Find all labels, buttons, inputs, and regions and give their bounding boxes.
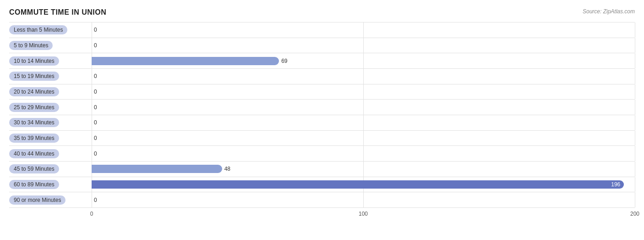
- bar-row: Less than 5 Minutes0: [9, 22, 635, 38]
- bar-row: 5 to 9 Minutes0: [9, 38, 635, 53]
- grid-line: [363, 84, 364, 100]
- label-cell: 15 to 19 Minutes: [9, 72, 92, 81]
- bar: 69: [92, 57, 279, 65]
- grid-line: [635, 146, 635, 161]
- bar-value: 0: [94, 197, 97, 203]
- grid-line: [92, 22, 92, 38]
- label-cell: 30 to 34 Minutes: [9, 118, 92, 127]
- label-pill: 20 to 24 Minutes: [9, 87, 59, 96]
- x-tick: 200: [630, 211, 639, 217]
- bar-value: 48: [224, 166, 230, 172]
- grid-line: [635, 162, 635, 177]
- bar-row: 45 to 59 Minutes48: [9, 161, 635, 177]
- chart-area: Less than 5 Minutes05 to 9 Minutes010 to…: [9, 22, 635, 208]
- bar-cell: 0: [92, 192, 635, 207]
- label-cell: 35 to 39 Minutes: [9, 134, 92, 143]
- label-cell: 25 to 29 Minutes: [9, 103, 92, 112]
- label-cell: 10 to 14 Minutes: [9, 56, 92, 66]
- bar-row: 25 to 29 Minutes0: [9, 99, 635, 115]
- label-pill: 25 to 29 Minutes: [9, 103, 59, 112]
- grid-line: [92, 100, 92, 115]
- label-pill: 90 or more Minutes: [9, 195, 65, 205]
- grid-line: [363, 53, 364, 68]
- bar-row: 20 to 24 Minutes0: [9, 84, 635, 100]
- label-cell: 90 or more Minutes: [9, 195, 92, 205]
- bar-row: 15 to 19 Minutes0: [9, 68, 635, 84]
- label-cell: 60 to 89 Minutes: [9, 180, 92, 189]
- bar-cell: 69: [92, 53, 635, 68]
- grid-line: [363, 146, 364, 161]
- bar-cell: 0: [92, 22, 635, 38]
- grid-line: [92, 192, 92, 207]
- bar-cell: 0: [92, 131, 635, 146]
- grid-line: [363, 38, 364, 53]
- bar-value: 0: [94, 42, 97, 49]
- grid-line: [92, 84, 92, 100]
- bar-cell: 0: [92, 84, 635, 100]
- grid-line: [363, 115, 364, 130]
- bar-value: 0: [94, 73, 97, 79]
- grid-line: [635, 69, 635, 84]
- grid-line: [363, 69, 364, 84]
- label-cell: 5 to 9 Minutes: [9, 41, 92, 50]
- grid-line: [92, 69, 92, 84]
- label-pill: 5 to 9 Minutes: [9, 41, 53, 50]
- bar-cell: 0: [92, 38, 635, 53]
- bar-row: 30 to 34 Minutes0: [9, 115, 635, 130]
- bar-cell: 0: [92, 100, 635, 115]
- grid-line: [363, 192, 364, 207]
- bar-cell: 0: [92, 115, 635, 130]
- grid-line: [363, 131, 364, 146]
- grid-line: [92, 131, 92, 146]
- x-tick: 0: [90, 211, 93, 217]
- label-pill: 30 to 34 Minutes: [9, 118, 59, 127]
- grid-line: [635, 177, 635, 192]
- grid-line: [363, 162, 364, 177]
- bar-value: 0: [94, 151, 97, 157]
- grid-line: [635, 131, 635, 146]
- bar-cell: 0: [92, 146, 635, 161]
- grid-line: [635, 38, 635, 53]
- label-cell: 20 to 24 Minutes: [9, 87, 92, 96]
- bar-row: 35 to 39 Minutes0: [9, 130, 635, 146]
- grid-line: [635, 192, 635, 207]
- label-pill: 35 to 39 Minutes: [9, 134, 59, 143]
- chart-container: COMMUTE TIME IN UNION Source: ZipAtlas.c…: [0, 0, 644, 240]
- bar-row: 60 to 89 Minutes196: [9, 177, 635, 192]
- label-pill: 10 to 14 Minutes: [9, 56, 59, 66]
- grid-line: [363, 22, 364, 38]
- bar-row: 90 or more Minutes0: [9, 192, 635, 208]
- bar: 48: [92, 165, 222, 173]
- bar-cell: 48: [92, 162, 635, 177]
- label-pill: 60 to 89 Minutes: [9, 180, 59, 189]
- grid-line: [635, 84, 635, 100]
- chart-title: COMMUTE TIME IN UNION: [9, 8, 635, 17]
- bar-row: 40 to 44 Minutes0: [9, 145, 635, 161]
- x-tick: 100: [359, 211, 368, 217]
- bar-value: 0: [94, 89, 97, 95]
- label-pill: 15 to 19 Minutes: [9, 72, 59, 81]
- bar-value: 0: [94, 104, 97, 111]
- label-cell: 40 to 44 Minutes: [9, 149, 92, 158]
- bar-cell: 0: [92, 69, 635, 84]
- grid-line: [363, 100, 364, 115]
- bar-value: 69: [281, 58, 287, 64]
- bar-row: 10 to 14 Minutes69: [9, 53, 635, 68]
- bar-value: 0: [94, 119, 97, 126]
- bar-value: 0: [94, 135, 97, 141]
- label-cell: 45 to 59 Minutes: [9, 164, 92, 173]
- label-pill: 40 to 44 Minutes: [9, 149, 59, 158]
- source-label: Source: ZipAtlas.com: [583, 8, 635, 15]
- x-axis: 0100200: [92, 208, 635, 217]
- grid-line: [92, 115, 92, 130]
- bar: 196: [92, 180, 624, 189]
- grid-line: [635, 53, 635, 68]
- label-cell: Less than 5 Minutes: [9, 25, 92, 34]
- bar-value: 196: [611, 181, 620, 188]
- grid-line: [635, 22, 635, 38]
- bar-value: 0: [94, 27, 97, 33]
- bar-cell: 196: [92, 177, 635, 192]
- grid-line: [635, 100, 635, 115]
- label-pill: Less than 5 Minutes: [9, 25, 67, 34]
- grid-line: [635, 115, 635, 130]
